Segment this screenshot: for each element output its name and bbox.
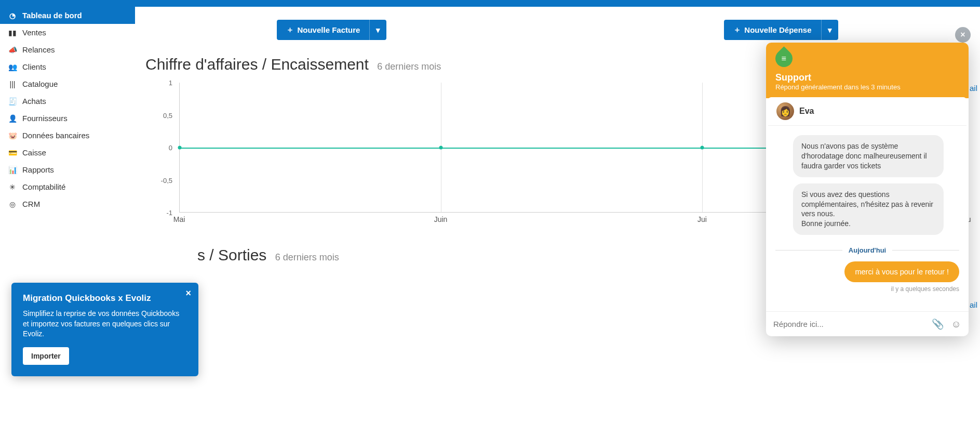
sidebar-item-accounting[interactable]: ✳ Comptabilité (0, 178, 135, 195)
chat-logo-icon: ≡ (772, 46, 796, 71)
sidebar-item-label: Rapports (22, 165, 54, 174)
plus-icon: ＋ (286, 25, 294, 35)
new-invoice-button[interactable]: ＋ Nouvelle Facture (277, 20, 369, 40)
button-label: Nouvelle Dépense (744, 25, 811, 34)
sidebar-item-catalog[interactable]: ||| Catalogue (0, 75, 135, 93)
y-tick: -0,5 (161, 176, 172, 184)
sidebar-item-reminders[interactable]: 📣 Relances (0, 41, 135, 58)
chat-body: Nous n'avons pas de système d'horodatage… (766, 127, 969, 311)
receipt-icon: 🧾 (8, 97, 17, 106)
operator-name: Eva (799, 107, 814, 116)
sidebar-item-cashregister[interactable]: 💳 Caisse (0, 144, 135, 161)
operator-avatar (776, 102, 794, 120)
y-tick: 0 (169, 144, 172, 152)
chat-day-divider: Aujourd'hui (775, 246, 959, 254)
divider-label: Aujourd'hui (849, 246, 886, 254)
sidebar-item-label: Ventes (22, 28, 46, 37)
toast-title: Migration Quickbooks x Evoliz (23, 293, 187, 304)
sidebar-item-label: Clients (22, 62, 46, 71)
chat-close-button[interactable]: × (955, 27, 971, 43)
sidebar-item-label: Relances (22, 45, 55, 54)
chat-title: Support (775, 72, 959, 83)
sidebar-item-label: CRM (22, 200, 40, 208)
sidebar-item-label: Tableau de bord (22, 11, 82, 20)
new-expense-group: ＋ Nouvelle Dépense ▾ (724, 20, 838, 40)
card-icon: 💳 (8, 149, 17, 157)
chat-message-in: Si vous avez des questions complémentair… (793, 183, 944, 235)
app-topbar (0, 0, 980, 7)
chat-message-out: merci à vous pour le retour ! (844, 261, 959, 282)
data-point (178, 146, 182, 149)
caret-down-icon: ▾ (376, 25, 380, 35)
sidebar-item-label: Caisse (22, 148, 46, 157)
chat-subtitle: Répond généralement dans les 3 minutes (775, 83, 959, 91)
x-tick: Juin (434, 215, 448, 223)
sidebar-item-sales[interactable]: ▮▮ Ventes (0, 24, 135, 41)
chart-title-text: Chiffre d'affaires / Encaissement (145, 56, 369, 73)
chat-header: ≡ Support Répond généralement dans les 3… (766, 43, 969, 98)
sidebar-item-reports[interactable]: 📊 Rapports (0, 161, 135, 178)
supplier-icon: 👤 (8, 114, 17, 123)
attach-icon[interactable]: 📎 (932, 318, 944, 330)
sidebar-item-clients[interactable]: 👥 Clients (0, 58, 135, 75)
chart-subtitle: 6 derniers mois (377, 61, 441, 72)
sales-icon: ▮▮ (8, 29, 17, 37)
megaphone-icon: 📣 (8, 46, 17, 54)
dashboard-icon: ◔ (8, 11, 17, 20)
gear-icon: ✳ (8, 183, 17, 191)
detail-link-fragment[interactable]: ail (970, 84, 977, 93)
sidebar-item-purchases[interactable]: 🧾 Achats (0, 93, 135, 110)
x-tick: Mai (173, 215, 185, 223)
chat-input-row: 📎 ☺ (766, 311, 969, 336)
plus-icon: ＋ (733, 25, 741, 35)
target-icon: ◎ (8, 200, 17, 208)
sidebar-item-label: Achats (22, 97, 46, 106)
clients-icon: 👥 (8, 63, 17, 71)
toast-import-button[interactable]: Importer (23, 347, 69, 365)
caret-down-icon: ▾ (828, 25, 832, 35)
y-axis: 1 0,5 0 -0,5 -1 (156, 83, 177, 213)
chart-title-text: s / Sorties (197, 246, 266, 263)
new-expense-button[interactable]: ＋ Nouvelle Dépense (724, 20, 821, 40)
piggybank-icon: 🐷 (8, 131, 17, 140)
emoji-icon[interactable]: ☺ (951, 319, 961, 330)
support-chat: ≡ Support Répond généralement dans les 3… (766, 43, 969, 336)
toast-body: Simplifiez la reprise de vos données Qui… (23, 309, 187, 339)
toast-close-button[interactable]: × (185, 288, 191, 299)
chat-reply-input[interactable] (773, 320, 924, 328)
detail-link-fragment[interactable]: ail (970, 300, 977, 309)
sidebar-item-label: Données bancaires (22, 131, 89, 140)
chat-timestamp: il y a quelques secondes (775, 285, 959, 293)
chat-operator-row: Eva (768, 97, 966, 126)
y-tick: 1 (169, 79, 172, 87)
new-invoice-group: ＋ Nouvelle Facture ▾ (277, 20, 386, 40)
migration-toast: × Migration Quickbooks x Evoliz Simplifi… (11, 283, 198, 376)
sidebar-item-label: Comptabilité (22, 182, 65, 191)
sidebar-item-crm[interactable]: ◎ CRM (0, 195, 135, 213)
new-invoice-dropdown[interactable]: ▾ (369, 20, 386, 40)
barcode-icon: ||| (8, 80, 17, 88)
y-tick: -1 (166, 209, 172, 217)
sidebar-item-label: Catalogue (22, 80, 58, 88)
sidebar-item-suppliers[interactable]: 👤 Fournisseurs (0, 110, 135, 127)
data-point (701, 146, 704, 149)
x-tick: Jui (697, 215, 707, 223)
chart-icon: 📊 (8, 166, 17, 174)
data-point (439, 146, 443, 149)
new-expense-dropdown[interactable]: ▾ (821, 20, 838, 40)
chat-message-in: Nous n'avons pas de système d'horodatage… (793, 135, 944, 177)
sidebar-item-bank[interactable]: 🐷 Données bancaires (0, 127, 135, 144)
y-tick: 0,5 (163, 111, 172, 119)
chart-subtitle: 6 derniers mois (275, 252, 339, 262)
sidebar-item-dashboard[interactable]: ◔ Tableau de bord (0, 7, 135, 24)
button-label: Nouvelle Facture (297, 25, 360, 34)
sidebar-item-label: Fournisseurs (22, 114, 68, 123)
